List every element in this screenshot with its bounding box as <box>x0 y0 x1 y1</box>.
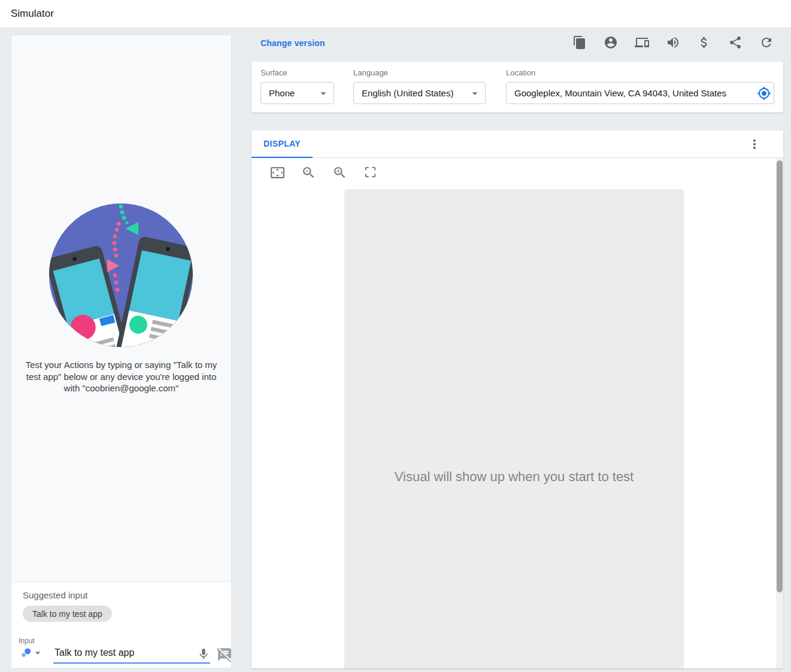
visual-placeholder-text: Visual will show up when you start to te… <box>344 469 684 485</box>
suggested-input-label: Suggested input <box>23 590 219 600</box>
surface-label: Surface <box>260 68 334 77</box>
tab-display[interactable]: DISPLAY <box>251 130 313 158</box>
my-location-icon[interactable] <box>757 86 771 101</box>
suggestion-chip[interactable]: Talk to my test app <box>23 606 112 622</box>
location-input[interactable] <box>514 88 754 98</box>
share-icon[interactable] <box>728 35 742 50</box>
surface-select[interactable]: Phone <box>260 82 334 104</box>
input-mode-selector[interactable] <box>19 644 45 664</box>
refresh-icon[interactable] <box>759 35 774 50</box>
fit-to-screen-icon[interactable] <box>270 165 284 180</box>
language-field: Language English (United States) <box>353 68 486 104</box>
input-row <box>19 644 232 664</box>
visual-preview-area: Visual will show up when you start to te… <box>344 189 684 668</box>
zoom-in-icon[interactable] <box>332 165 347 180</box>
account-icon[interactable] <box>604 35 618 50</box>
assistant-icon <box>21 647 32 658</box>
page-title: Simulator <box>11 8 54 20</box>
more-vert-icon[interactable] <box>747 137 762 151</box>
surface-field: Surface Phone <box>260 68 334 104</box>
speaker-notes-off-icon[interactable] <box>217 647 232 664</box>
display-tab-bar: DISPLAY <box>251 130 783 158</box>
dropdown-caret-icon <box>32 647 44 659</box>
billing-icon[interactable] <box>697 35 711 50</box>
volume-icon[interactable] <box>666 35 680 50</box>
location-field: Location <box>506 68 774 104</box>
test-instructions-text: Test your Actions by typing or saying "T… <box>25 359 218 394</box>
language-select[interactable]: English (United States) <box>353 82 486 104</box>
conversation-panel: Test your Actions by typing or saying "T… <box>11 35 232 668</box>
location-input-box <box>506 82 774 104</box>
suggestion-chip-label: Talk to my test app <box>32 609 102 619</box>
input-section: Suggested input Talk to my test app Inpu… <box>11 582 231 668</box>
query-input-wrap <box>53 644 210 664</box>
language-label: Language <box>353 68 486 77</box>
simulator-action-bar <box>251 35 783 50</box>
phones-illustration <box>49 203 193 347</box>
top-app-bar: Simulator <box>0 0 791 28</box>
display-card: DISPLAY Visual will show up when you sta… <box>251 130 783 668</box>
fullscreen-icon[interactable] <box>363 165 378 180</box>
scrollbar-thumb[interactable] <box>777 160 783 592</box>
conversation-empty-state: Test your Actions by typing or saying "T… <box>11 35 231 582</box>
input-label: Input <box>19 637 35 645</box>
display-toolbar <box>270 165 378 180</box>
query-input[interactable] <box>53 647 184 659</box>
surface-value: Phone <box>269 88 295 98</box>
copy-output-icon[interactable] <box>572 35 587 50</box>
zoom-out-icon[interactable] <box>301 165 316 180</box>
mic-icon[interactable] <box>197 647 210 661</box>
chevron-down-icon <box>468 87 481 100</box>
language-value: English (United States) <box>362 88 453 98</box>
devices-icon[interactable] <box>635 35 649 50</box>
scrollbar-track[interactable] <box>776 158 783 668</box>
chevron-down-icon <box>317 87 330 100</box>
location-label: Location <box>506 68 774 77</box>
settings-card: Surface Phone Language English (United S… <box>251 62 783 112</box>
